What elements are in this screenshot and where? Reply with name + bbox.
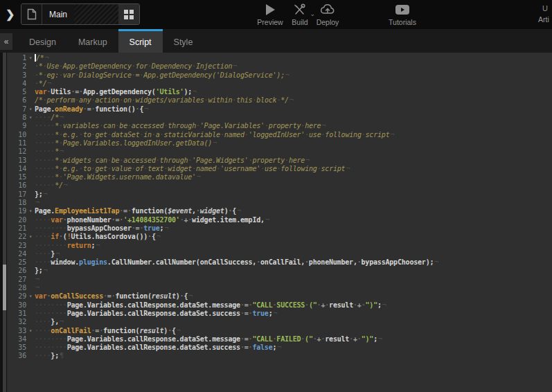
line-number[interactable]: 33 [7,327,26,335]
fold-marker-icon[interactable]: ▾ [26,54,35,62]
artifact-button-partial[interactable]: U Arti [538,4,552,24]
line-number[interactable]: 9 [7,122,26,130]
line-number[interactable]: 14 [7,165,26,173]
line-number[interactable]: 18 [7,199,26,207]
code-line-content[interactable]: ·*/¬ [35,80,552,88]
line-number[interactable]: 1 [7,54,26,62]
code-line-content[interactable]: ·····*·variables·can·be·accessed·through… [35,122,552,130]
collapse-panel-icon[interactable]: « [0,33,12,50]
code-line-content[interactable]: ·····*·widgets·can·be·accessed·through·'… [35,157,552,165]
page-selector[interactable]: Main [21,3,140,25]
line-number[interactable]: 34 [7,335,26,344]
line-number[interactable]: 4 [7,80,26,88]
line-number[interactable]: 8 [7,114,26,122]
code-line-content[interactable]: var·Utils·=·App.getDependency('Utils');¬ [35,88,552,96]
line-number[interactable]: 2 [7,62,26,71]
code-line-content[interactable]: ¬ [35,276,552,284]
line-number[interactable]: 7 [7,105,26,114]
fold-marker-icon[interactable]: ▾ [26,233,35,241]
line-number[interactable]: 5 [7,88,26,96]
line-number[interactable]: 6 [7,96,26,105]
line-number[interactable]: 31 [7,310,26,318]
line-number[interactable]: 11 [7,139,26,148]
tab-design[interactable]: Design [18,29,67,53]
code-line-content[interactable]: ·····*·e.g.·to·get·dataSet·in·a·staticVa… [35,131,552,139]
fold-gutter [26,258,35,267]
code-line-content[interactable]: ····},¬ [35,318,552,326]
code-line-content[interactable]: ····if·(!Utils.hasCordova())·{¬ [35,233,552,241]
code-line-content[interactable]: ····onCallFail·=·function(result)·{¬ [35,327,552,335]
line-number[interactable]: 12 [7,148,26,156]
code-line-content[interactable]: ········Page.Variables.callResponse.data… [35,344,552,352]
code-line-content[interactable]: Page.EmployeeList1Tap·=·function($event,… [35,207,552,215]
code-line-content[interactable]: ········bypassAppChooser·=·true;¬ [35,224,552,233]
fold-marker-icon[interactable]: ▾ [26,327,35,335]
line-number[interactable]: 19 [7,207,26,215]
fold-gutter [26,216,35,224]
code-line-content[interactable]: var·onCallSuccess·=·function(result)·{¬ [35,292,552,301]
line-number[interactable]: 16 [7,181,26,190]
line-number[interactable]: 32 [7,318,26,326]
tutorials-button[interactable]: Tutorials [380,3,425,26]
code-line-content[interactable]: ····/*¬ [35,114,552,122]
line-number[interactable]: 30 [7,301,26,310]
tab-markup[interactable]: Markup [67,29,118,53]
deploy-button[interactable]: Deploy [305,3,350,26]
code-line-content[interactable]: ····var·phoneNumber·=·'+14084352700'·+·w… [35,216,552,224]
line-number[interactable]: 26 [7,267,26,275]
line-number[interactable]: 13 [7,157,26,165]
line-number[interactable]: 25 [7,258,26,267]
line-number[interactable]: 27 [7,276,26,284]
line-number[interactable]: 28 [7,284,26,292]
code-line-content[interactable]: ¬ [35,199,552,207]
code-line-content[interactable]: ········Page.Variables.callResponse.data… [35,335,552,344]
fold-marker-icon[interactable]: ▾ [26,292,35,301]
code-line-content[interactable]: /*·perform·any·action·on·widgets/variabl… [35,96,552,105]
tab-style[interactable]: Style [163,29,204,53]
line-number[interactable]: 15 [7,173,26,181]
code-line-content[interactable]: ····};¶ [35,352,552,360]
line-number[interactable]: 10 [7,131,26,139]
code-line: 3·*·eg:·var·DialogService·=·App.getDepen… [7,71,552,80]
code-line-content[interactable]: ·····*·Page.Variables.loggedInUser.getDa… [35,139,552,148]
code-line-content[interactable]: ········Page.Variables.callResponse.data… [35,301,552,310]
line-number[interactable]: 35 [7,344,26,352]
line-number[interactable]: 24 [7,250,26,258]
fold-marker-icon[interactable]: ▾ [26,105,35,114]
code-line-content[interactable]: ········return;¬ [35,242,552,250]
code-line-content[interactable]: ·····*·e.g.·to·get·value·of·text·widget·… [35,165,552,173]
pages-grid-button[interactable] [118,4,139,24]
code-line-content[interactable]: ·····*/¬ [35,181,552,190]
fold-marker-icon[interactable]: ▾ [26,207,35,215]
line-number[interactable]: 23 [7,242,26,250]
code-line-content[interactable]: ¬ [35,284,552,292]
fold-gutter [26,148,35,156]
code-line-content[interactable]: Page.onReady·=·function()·{¬ [35,105,552,114]
code-line-content[interactable]: ········Page.Variables.callResponse.data… [35,310,552,318]
line-number[interactable]: 36 [7,352,26,360]
code-line-content[interactable]: };¬ [35,190,552,199]
line-number[interactable]: 3 [7,71,26,80]
code-line-content[interactable]: ····}¬ [35,250,552,258]
fold-marker-icon[interactable]: ▾ [26,114,35,122]
line-number[interactable]: 17 [7,190,26,199]
code-line-content[interactable]: ·*·eg:·var·DialogService·=·App.getDepend… [35,71,552,80]
code-line-content[interactable]: /*¬ [35,54,552,62]
tab-script[interactable]: Script [118,29,163,53]
line-number[interactable]: 29 [7,292,26,301]
code-area[interactable]: 1▾/*¬2·*·Use·App.getDependency·for·Depen… [7,53,552,392]
eol-marker: ¬ [55,250,60,258]
left-rail-scrollbar-thumb[interactable] [3,265,6,310]
code-line-content[interactable]: ·*·Use·App.getDependency·for·Dependency·… [35,62,552,71]
eol-marker: ¬ [44,190,48,198]
line-number[interactable]: 20 [7,216,26,224]
code-line-content[interactable]: ····window.plugins.CallNumber.callNumber… [35,258,552,267]
expand-nav-icon[interactable]: ❯ [6,7,18,22]
code-line-content[interactable]: ·····*·'Page.Widgets.username.datavalue'… [35,173,552,181]
line-number[interactable]: 22 [7,233,26,241]
code-line-content[interactable]: ·····*¬ [35,148,552,156]
code-line-content[interactable]: };¬ [35,267,552,275]
line-number[interactable]: 21 [7,224,26,233]
eol-marker: ¬ [157,233,161,240]
fold-gutter [26,80,35,88]
